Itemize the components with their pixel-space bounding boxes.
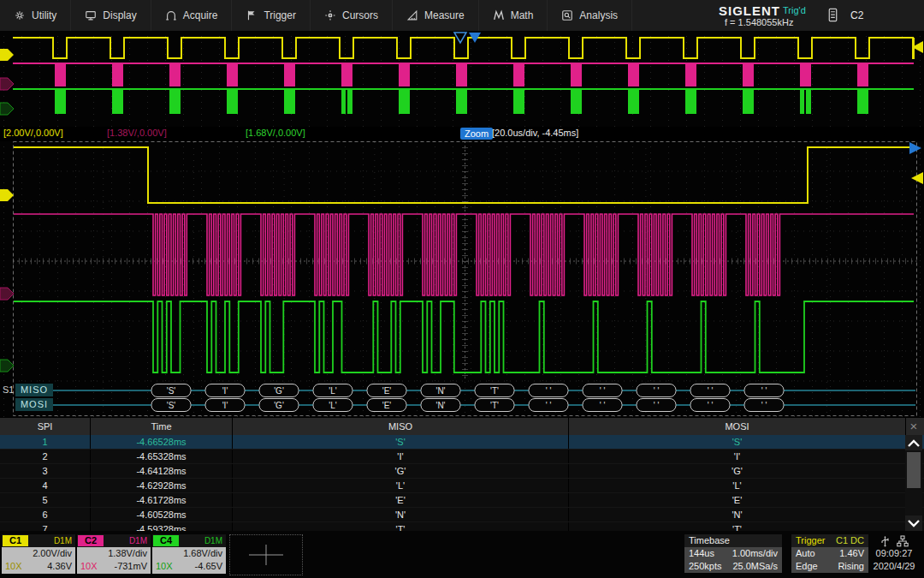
menu-item-label: Analysis (579, 9, 618, 21)
analysis-icon (561, 9, 573, 21)
timebase-points: 250kpts (689, 560, 722, 573)
trigger-status-badge: Trig'd (783, 5, 806, 15)
decode-bubble-char: ' ' (546, 401, 552, 410)
timebase-box[interactable]: Timebase 144us1.00ms/div 250kpts25.0MSa/… (684, 534, 782, 573)
trigger-mode: Auto (796, 547, 815, 560)
c1-position-marker (0, 189, 14, 201)
decode-bubble-char: 'N' (435, 386, 445, 396)
menu-item-cursors[interactable]: Cursors (311, 0, 393, 31)
c2-offset: -731mV (114, 560, 147, 573)
column-header-mosi[interactable]: MOSI (569, 418, 906, 435)
timebase-delay: 144us (689, 547, 714, 560)
trigger-title: Trigger (796, 534, 825, 547)
c4-offset: -4.65V (195, 560, 222, 573)
miso-decode-label[interactable]: MISO (15, 384, 53, 396)
menu-item-trigger[interactable]: Trigger (232, 0, 311, 31)
table-row[interactable]: 1-4.66528ms 'S''S' (0, 435, 924, 450)
zoom-waveforms: 'S''I''G''L''E''N''T'' '' '' '' '' ''S''… (0, 141, 924, 417)
c1-overview-trace (13, 38, 914, 58)
scroll-down-icon[interactable] (905, 515, 922, 531)
column-header-time[interactable]: Time (91, 418, 233, 435)
timebase-samplerate: 25.0MSa/s (732, 560, 778, 573)
trigger-delay-marker (454, 33, 466, 43)
empty-channel-slot[interactable] (229, 534, 303, 575)
decode-bubble-char: 'E' (382, 401, 392, 410)
menu-item-display[interactable]: Display (71, 0, 151, 31)
decode-bubble-char: 'G' (274, 401, 284, 410)
decode-bubble-char: 'L' (329, 401, 336, 410)
clock-panel: 09:09:27 2020/4/29 (866, 535, 922, 573)
trigger-slope: Rising (838, 560, 864, 573)
table-row[interactable]: 5-4.61728ms 'E''E' (0, 493, 924, 508)
menu-item-math[interactable]: Math (479, 0, 548, 31)
c1-position-marker (0, 49, 14, 61)
scroll-up-icon[interactable] (905, 435, 922, 450)
c1-scale-label[interactable]: [2.00V/,0.00V] (3, 128, 63, 138)
offscreen-right-marker (909, 142, 921, 154)
display-icon (85, 9, 97, 21)
decode-bubble-char: 'I' (222, 401, 228, 410)
table-row[interactable]: 3-4.64128ms 'G''G' (0, 464, 924, 479)
menu-item-acquire[interactable]: Acquire (151, 0, 233, 31)
trigger-box[interactable]: TriggerC1 DC Auto1.46V EdgeRising (791, 534, 868, 573)
status-bar: C1D1M 2.00V/div 10X4.36V C2D1M 1.38V/div… (0, 531, 924, 578)
decode-result-table: SPI Time MISO MOSI 1-4.66528ms 'S''S' 2-… (0, 418, 924, 531)
c2-scale-label[interactable]: [1.38V/,0.00V] (107, 128, 167, 138)
c4-coupling: D1M (204, 536, 222, 545)
zoom-scale-label: [20.0us/div, -4.45ms] (492, 128, 578, 138)
crosshair-icon (230, 535, 302, 575)
menu-item-analysis[interactable]: Analysis (548, 0, 632, 31)
usb-icon (880, 535, 890, 547)
acquisition-overview-window[interactable] (0, 31, 924, 128)
active-channel-indicator[interactable]: C2 (850, 9, 863, 21)
table-header-row: SPI Time MISO MOSI (0, 418, 924, 435)
mosi-decode-label[interactable]: MOSI (15, 398, 53, 411)
column-header-miso[interactable]: MISO (233, 418, 569, 435)
zoom-waveform-window[interactable]: 'S''I''G''L''E''N''T'' '' '' '' '' ''S''… (0, 141, 924, 417)
decode-bubble-char: 'S' (167, 401, 176, 410)
table-row[interactable]: 4-4.62928ms 'L''L' (0, 479, 924, 493)
bus-list-icon[interactable] (826, 8, 839, 26)
c4-zoom-trace (14, 301, 914, 372)
decode-bubble-char: 'T' (490, 386, 499, 396)
c1-badge[interactable]: C1 (3, 535, 28, 546)
zoom-badge[interactable]: Zoom (460, 128, 493, 140)
c4-scale-label[interactable]: [1.68V/,0.00V] (246, 128, 305, 138)
channel-box-c1[interactable]: C1D1M 2.00V/div 10X4.36V (2, 534, 75, 574)
gear-icon (14, 9, 26, 21)
menu-item-label: Math (511, 9, 534, 21)
table-scrollbar[interactable] (905, 435, 922, 531)
channel-box-c2[interactable]: C2D1M 1.38V/div 10X-731mV (77, 534, 151, 574)
decode-bubble-char: 'T' (490, 401, 499, 410)
decode-bubble-char: ' ' (708, 386, 714, 396)
c1-coupling: D1M (54, 536, 72, 545)
timebase-scale: 1.00ms/div (732, 547, 778, 560)
menu-item-label: Utility (32, 9, 56, 21)
c2-zoom-trace (14, 214, 914, 295)
decode-bubble-char: ' ' (546, 386, 552, 396)
c2-badge[interactable]: C2 (78, 535, 104, 546)
siglent-logo: SIGLENT (719, 3, 780, 18)
column-header-spi[interactable]: SPI (0, 418, 91, 435)
menu-item-measure[interactable]: Measure (393, 0, 479, 31)
trigger-flag-icon (246, 9, 258, 21)
decode-bubble-char: ' ' (761, 386, 767, 396)
menu-item-label: Trigger (264, 9, 296, 21)
channel-box-c4[interactable]: C4D1M 1.68V/div 10X-4.65V (152, 534, 226, 574)
clock-time: 09:09:27 (866, 547, 922, 560)
trigger-frequency-readout: f = 1.548055kHz (725, 17, 793, 27)
menu-item-utility[interactable]: Utility (0, 0, 71, 31)
table-row[interactable]: 2-4.65328ms 'I''I' (0, 450, 924, 464)
decode-bubble-char: ' ' (761, 401, 767, 410)
c2-scale: 1.38V/div (108, 547, 147, 560)
c2-coupling: D1M (129, 536, 147, 545)
close-icon[interactable]: × (905, 418, 922, 435)
trigger-level: 1.46V (839, 547, 864, 560)
decode-bubble-char: ' ' (600, 401, 606, 410)
scrollbar-thumb[interactable] (907, 452, 921, 488)
c4-badge[interactable]: C4 (153, 535, 179, 546)
decode-bubble-char: ' ' (600, 386, 606, 396)
timebase-title: Timebase (689, 534, 730, 547)
table-row[interactable]: 6-4.60528ms 'N''N' (0, 508, 924, 522)
menu-item-label: Acquire (183, 9, 218, 21)
